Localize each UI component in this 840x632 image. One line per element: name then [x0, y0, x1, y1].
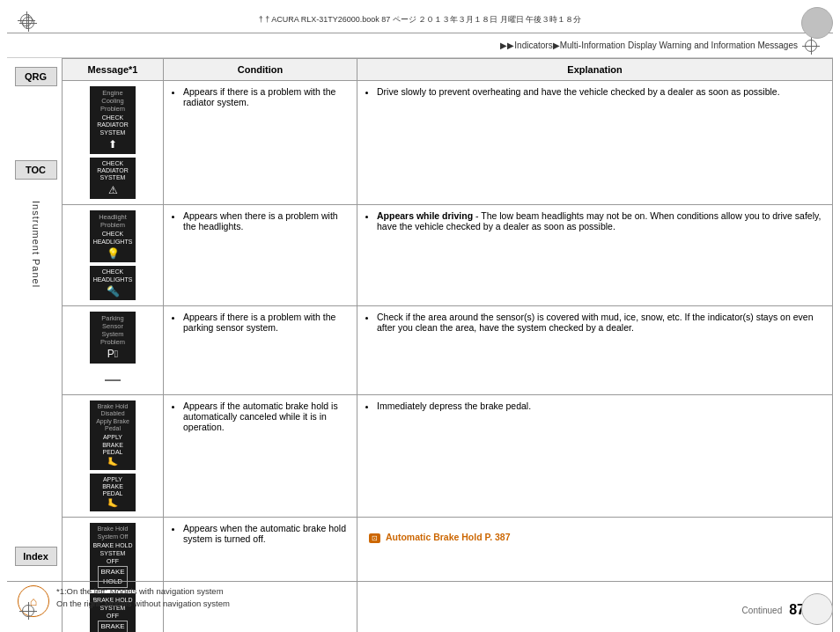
- msg-img-brake-system-left: Brake Hold System Off BRAKE HOLDSYSTEMOF…: [90, 523, 136, 590]
- brake-disabled-icon-left: 🦶: [107, 457, 118, 467]
- msg-cell-brake-hold-disabled: Brake Hold Disabled Apply Brake Pedal AP…: [63, 394, 164, 517]
- col-header-message: Message*1: [63, 59, 164, 81]
- msg-images-brake-hold-disabled: Brake Hold Disabled Apply Brake Pedal AP…: [70, 401, 156, 511]
- headlight-icon-left: 💡: [107, 247, 120, 260]
- msg-images-engine-cooling: Engine Cooling Problem CHECKRADIATORSYST…: [70, 86, 156, 199]
- condition-text-parking-sensor: Appears if there is a problem with the p…: [183, 312, 350, 333]
- msg-img-engine-cooling-left: Engine Cooling Problem CHECKRADIATORSYST…: [90, 86, 136, 154]
- expl-cell-brake-hold-disabled: Immediately depress the brake pedal.: [357, 394, 833, 517]
- msg-cell-engine-cooling: Engine Cooling Problem CHECKRADIATORSYST…: [63, 81, 164, 205]
- parking-sensor-icon: P⃣: [107, 348, 118, 360]
- automatic-brake-hold-link[interactable]: Automatic Brake Hold P. 387: [386, 532, 511, 542]
- sidebar-item-toc[interactable]: TOC: [15, 160, 57, 180]
- headlight-icon-right: 🔦: [107, 285, 120, 298]
- msg-cell-parking-sensor: Parking Sensor System Problem P⃣ —: [63, 306, 164, 394]
- explanation-text-headlight: Appears while driving - The low beam hea…: [377, 210, 825, 231]
- explanation-text-brake-hold-disabled: Immediately depress the brake pedal.: [377, 401, 825, 411]
- explanation-text-parking-sensor: Check if the area around the sensor(s) i…: [377, 312, 825, 333]
- cond-cell-engine-cooling: Appears if there is a problem with the r…: [164, 81, 357, 205]
- sidebar-vertical-label: Instrument Panel: [31, 201, 41, 288]
- msg-cell-headlight: Headlight Problem CHECKHEADLIGHTS 💡 CHEC…: [63, 205, 164, 306]
- header-breadcrumb-area: ▶▶Indicators▶Multi-Information Display W…: [7, 33, 833, 58]
- decorative-circle-top-right: [801, 7, 833, 39]
- condition-text-brake-hold-disabled: Appears if the automatic brake hold is a…: [183, 401, 350, 432]
- condition-text-engine-cooling: Appears if there is a problem with the r…: [183, 86, 350, 107]
- col-header-explanation: Explanation: [357, 59, 833, 81]
- condition-text-headlight: Appears when there is a problem with the…: [183, 210, 350, 231]
- msg-img-brake-disabled-right: APPLYBRAKEPEDAL 🦶: [90, 474, 136, 511]
- page-number-area: Continued 87: [742, 602, 805, 618]
- brake-disabled-icon-right: 🦶: [107, 498, 118, 509]
- header-crosshair-h: [802, 46, 820, 47]
- table-row: Parking Sensor System Problem P⃣ — Appea…: [63, 306, 833, 394]
- footnote-line2: On the right: Models without navigation …: [56, 598, 230, 610]
- page-metadata-text: † † ACURA RLX-31TY26000.book 87 ページ ２０１３…: [35, 14, 805, 26]
- warning-messages-table: Message*1 Condition Explanation Engine C…: [62, 58, 833, 632]
- msg-img-parking-sensor-left: Parking Sensor System Problem P⃣: [90, 312, 136, 363]
- table-row: Engine Cooling Problem CHECKRADIATORSYST…: [63, 81, 833, 205]
- bottom-bar: ⌂ *1:On the left: Models with navigation…: [7, 581, 833, 625]
- sidebar-item-index[interactable]: Index: [15, 547, 57, 566]
- breadcrumb: ▶▶Indicators▶Multi-Information Display W…: [500, 40, 798, 50]
- msg-img-brake-disabled-left: Brake Hold Disabled Apply Brake Pedal AP…: [90, 401, 136, 470]
- continued-label: Continued: [742, 606, 783, 615]
- engine-cooling-icon-left: ⬆: [108, 138, 117, 151]
- decorative-circle-bottom-right: [801, 593, 833, 625]
- cond-cell-headlight: Appears when there is a problem with the…: [164, 205, 357, 306]
- col-header-condition: Condition: [164, 59, 357, 81]
- sidebar-item-qrg[interactable]: QRG: [15, 67, 57, 86]
- expl-cell-engine-cooling: Drive slowly to prevent overheating and …: [357, 81, 833, 205]
- explanation-text-engine-cooling: Drive slowly to prevent overheating and …: [377, 86, 825, 97]
- corner-crosshair-top-left: [19, 14, 37, 32]
- table-row: Brake Hold Disabled Apply Brake Pedal AP…: [63, 394, 833, 517]
- expl-cell-parking-sensor: Check if the area around the sensor(s) i…: [357, 306, 833, 394]
- footnote-line1: *1:On the left: Models with navigation s…: [56, 585, 230, 598]
- msg-img-engine-cooling-right: CHECKRADIATORSYSTEM ⚠: [90, 158, 136, 200]
- engine-cooling-icon-right: ⚠: [108, 184, 118, 196]
- left-sidebar: QRG TOC Instrument Panel Index: [7, 58, 64, 584]
- table-row: Headlight Problem CHECKHEADLIGHTS 💡 CHEC…: [63, 205, 833, 306]
- msg-img-headlight-right: CHECKHEADLIGHTS 🔦: [90, 266, 136, 300]
- msg-images-headlight: Headlight Problem CHECKHEADLIGHTS 💡 CHEC…: [70, 210, 156, 300]
- msg-img-headlight-left: Headlight Problem CHECKHEADLIGHTS 💡: [90, 210, 136, 262]
- automatic-brake-hold-link-icon: ⊡: [369, 533, 380, 543]
- corner-crosshair-bottom-left: [19, 602, 37, 620]
- msg-images-parking-sensor: Parking Sensor System Problem P⃣ —: [70, 312, 156, 388]
- cond-cell-brake-hold-disabled: Appears if the automatic brake hold is a…: [164, 394, 357, 517]
- condition-text-brake-hold-system: Appears when the automatic brake hold sy…: [183, 523, 350, 544]
- bold-prefix-headlight: Appears while driving: [377, 210, 473, 221]
- msg-parking-sensor-dash: —: [105, 367, 121, 389]
- expl-cell-headlight: Appears while driving - The low beam hea…: [357, 205, 833, 306]
- top-metadata-bar: † † ACURA RLX-31TY26000.book 87 ページ ２０１３…: [7, 7, 833, 33]
- main-content-area: Message*1 Condition Explanation Engine C…: [62, 58, 833, 584]
- footnote-area: *1:On the left: Models with navigation s…: [56, 585, 230, 611]
- cond-cell-parking-sensor: Appears if there is a problem with the p…: [164, 306, 357, 394]
